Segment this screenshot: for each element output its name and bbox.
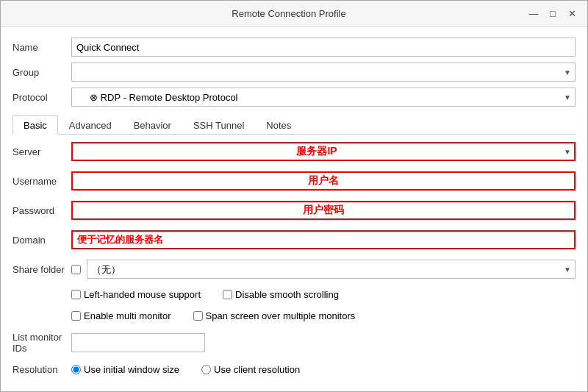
multi-monitor-checkbox[interactable] [71, 311, 81, 321]
list-monitor-row: List monitor IDs [12, 332, 576, 354]
list-monitor-label: List monitor IDs [12, 332, 71, 354]
resolution-control: Use initial window size Use client resol… [71, 364, 576, 375]
tab-notes[interactable]: Notes [255, 115, 302, 135]
share-folder-row: Share folder （无） ▼ [12, 260, 576, 279]
maximize-button[interactable]: □ [545, 6, 561, 22]
multi-monitor-checkbox-item: Enable multi monitor [71, 310, 171, 321]
list-monitor-control [71, 333, 576, 352]
server-input[interactable] [71, 142, 576, 161]
resolution-initial-item: Use initial window size [71, 364, 179, 375]
smooth-scrolling-checkbox-item: Disable smooth scrolling [223, 289, 339, 300]
username-label: Username [12, 176, 71, 187]
server-wrapper: ▼ [71, 142, 576, 161]
server-control: ▼ [71, 142, 576, 161]
span-screen-checkbox[interactable] [193, 311, 203, 321]
share-folder-label: Share folder [12, 264, 71, 275]
password-label: Password [12, 205, 71, 216]
span-screen-label: Span screen over multiple monitors [206, 310, 356, 321]
group-select[interactable] [71, 63, 576, 82]
title-bar: Remote Connection Profile — □ ✕ [1, 1, 587, 27]
username-input[interactable] [71, 171, 576, 190]
smooth-scrolling-checkbox[interactable] [223, 290, 232, 299]
server-label: Server [12, 146, 71, 157]
resolution-radio-group: Use initial window size Use client resol… [71, 364, 576, 375]
protocol-label: Protocol [12, 92, 71, 103]
domain-control [71, 230, 576, 249]
tab-basic[interactable]: Basic [12, 115, 58, 135]
username-row: Username [12, 171, 576, 190]
name-row: Name [12, 38, 576, 57]
resolution-initial-radio[interactable] [71, 365, 81, 374]
resolution-client-radio[interactable] [201, 365, 211, 374]
resolution-initial-label: Use initial window size [84, 364, 179, 375]
checkbox-row-2: Enable multi monitor Span screen over mu… [12, 310, 576, 321]
minimize-button[interactable]: — [526, 6, 542, 22]
smooth-scrolling-label: Disable smooth scrolling [235, 289, 339, 300]
password-input[interactable] [71, 201, 576, 220]
tab-ssh-tunnel[interactable]: SSH Tunnel [182, 115, 255, 135]
group-control: ▼ [71, 63, 576, 82]
name-label: Name [12, 42, 71, 53]
server-row: Server ▼ [12, 142, 576, 161]
resolution-client-label: Use client resolution [214, 364, 300, 375]
left-handed-checkbox[interactable] [71, 290, 81, 299]
protocol-select-wrapper: ⊗ RDP - Remote Desktop Protocol ▼ [71, 88, 576, 107]
share-folder-select-wrapper: （无） ▼ [87, 260, 576, 279]
domain-input[interactable] [71, 230, 576, 249]
protocol-control: ⊗ RDP - Remote Desktop Protocol ▼ [71, 88, 576, 107]
left-handed-checkbox-item: Left-handed mouse support [71, 289, 201, 300]
main-window: Remote Connection Profile — □ ✕ Name Gro… [0, 0, 588, 392]
left-handed-label: Left-handed mouse support [84, 289, 201, 300]
resolution-row: Resolution Use initial window size Use c… [12, 364, 576, 375]
domain-label: Domain [12, 235, 71, 246]
resolution-label: Resolution [12, 364, 71, 375]
list-monitor-input[interactable] [71, 333, 205, 352]
tab-behavior[interactable]: Behavior [123, 115, 182, 135]
tab-content-basic: Server ▼ Username Password [12, 142, 576, 384]
protocol-select[interactable]: ⊗ RDP - Remote Desktop Protocol [71, 88, 576, 107]
checkbox-row-1: Left-handed mouse support Disable smooth… [12, 289, 576, 300]
username-control [71, 171, 576, 190]
window-controls: — □ ✕ [526, 6, 580, 22]
group-select-wrapper: ▼ [71, 63, 576, 82]
group-row: Group ▼ [12, 63, 576, 82]
name-input[interactable] [71, 38, 576, 57]
window-title: Remote Connection Profile [52, 8, 526, 19]
main-content: Name Group ▼ Protocol [1, 27, 587, 391]
share-folder-select[interactable]: （无） [87, 260, 576, 279]
tabs-bar: Basic Advanced Behavior SSH Tunnel Notes [12, 115, 576, 135]
tab-advanced[interactable]: Advanced [58, 115, 123, 135]
domain-row: Domain [12, 230, 576, 249]
span-screen-checkbox-item: Span screen over multiple monitors [193, 310, 356, 321]
group-label: Group [12, 67, 71, 78]
share-folder-checkbox[interactable] [71, 265, 81, 274]
password-row: Password [12, 201, 576, 220]
protocol-row: Protocol ⊗ RDP - Remote Desktop Protocol… [12, 88, 576, 107]
share-folder-control: （无） ▼ [71, 260, 576, 279]
multi-monitor-label: Enable multi monitor [84, 310, 171, 321]
password-control [71, 201, 576, 220]
name-control [71, 38, 576, 57]
close-button[interactable]: ✕ [564, 6, 580, 22]
resolution-client-item: Use client resolution [201, 364, 300, 375]
